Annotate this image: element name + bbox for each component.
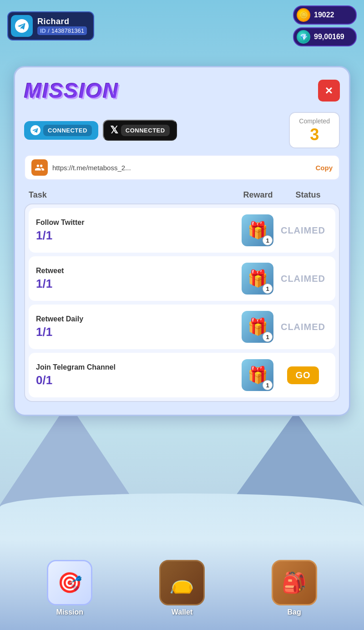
- id-separator: /: [48, 27, 50, 34]
- task-name: Follow Twitter: [36, 218, 237, 227]
- gems-value: 99,00169: [314, 33, 344, 41]
- modal-title-row: MISSION ×: [24, 78, 340, 103]
- task-progress: 1/1: [36, 325, 237, 339]
- task-row: Retweet 1/1 🎁 1 CLAIMED: [29, 256, 335, 301]
- x-connected-label: CONNECTED: [121, 125, 170, 136]
- chest-reward-icon: 🎁 1: [242, 214, 273, 246]
- user-profile: Richard ID / 1438781361: [7, 11, 94, 41]
- coins-bar: 🪙 19022: [293, 5, 357, 25]
- modal-title: MISSION: [24, 78, 119, 103]
- chest-reward-icon: 🎁 1: [242, 311, 273, 343]
- mission-icon-box: 🎯: [47, 560, 92, 605]
- gem-icon: 💎: [297, 30, 310, 44]
- user-id-row: ID / 1438781361: [37, 26, 87, 35]
- user-info: Richard ID / 1438781361: [37, 17, 87, 35]
- telegram-avatar-icon: [11, 15, 33, 37]
- referral-row: https://t.me/metaboss_2... Copy: [24, 155, 340, 180]
- bag-nav-label: Bag: [288, 608, 301, 616]
- username: Richard: [37, 17, 87, 26]
- chest-reward-icon: 🎁 1: [242, 359, 273, 391]
- task-status: CLAIMED: [278, 274, 328, 284]
- mission-nav-label: Mission: [56, 608, 84, 616]
- claimed-status: CLAIMED: [281, 322, 325, 332]
- task-info: Retweet Daily 1/1: [36, 315, 237, 339]
- task-row: Follow Twitter 1/1 🎁 1 CLAIMED: [29, 208, 335, 253]
- task-row: Retweet Daily 1/1 🎁 1 CLAIMED: [29, 305, 335, 349]
- telegram-connected-label: CONNECTED: [43, 125, 92, 136]
- copy-button[interactable]: Copy: [316, 164, 333, 172]
- nav-item-mission[interactable]: 🎯 Mission: [47, 560, 92, 616]
- user-id-box: ID / 1438781361: [37, 26, 87, 35]
- add-user-icon: [35, 163, 45, 173]
- connections-row: CONNECTED 𝕏 CONNECTED Completed 3: [24, 112, 340, 148]
- claimed-status: CLAIMED: [281, 225, 325, 235]
- claimed-status: CLAIMED: [281, 274, 325, 284]
- completed-label: Completed: [299, 117, 330, 125]
- currency-area: 🪙 19022 💎 99,00169: [293, 5, 357, 46]
- close-button[interactable]: ×: [318, 80, 340, 102]
- id-label: ID: [40, 27, 46, 34]
- referral-link-text: https://t.me/metaboss_2...: [52, 164, 311, 172]
- status-header: Status: [281, 190, 335, 200]
- x-connect-button[interactable]: 𝕏 CONNECTED: [103, 120, 177, 141]
- task-name: Retweet Daily: [36, 315, 237, 323]
- task-status: CLAIMED: [278, 322, 328, 332]
- x-icon: 𝕏: [110, 124, 118, 136]
- task-progress: 0/1: [36, 373, 237, 387]
- task-info: Join Telegram Channel 0/1: [36, 363, 237, 387]
- header-bar: Richard ID / 1438781361 🪙 19022 💎 99,001…: [0, 0, 364, 52]
- task-header: Task: [29, 190, 235, 200]
- task-status: CLAIMED: [278, 225, 328, 236]
- telegram-small-icon: [30, 125, 40, 135]
- task-name: Join Telegram Channel: [36, 363, 237, 371]
- id-value: 1438781361: [51, 27, 84, 34]
- task-list: Follow Twitter 1/1 🎁 1 CLAIMED Retweet 1…: [24, 203, 340, 402]
- task-info: Retweet 1/1: [36, 267, 237, 291]
- wallet-nav-label: Wallet: [172, 608, 193, 616]
- bag-icon-box: 🎒: [272, 560, 317, 605]
- bottom-nav: 🎯 Mission 👝 Wallet 🎒 Bag: [0, 539, 364, 630]
- coins-value: 19022: [314, 11, 334, 19]
- table-headers: Task Reward Status: [24, 190, 340, 200]
- task-status-go[interactable]: GO: [278, 366, 328, 384]
- telegram-connect-button[interactable]: CONNECTED: [24, 121, 98, 140]
- gems-bar: 💎 99,00169: [293, 27, 357, 46]
- task-info: Follow Twitter 1/1: [36, 218, 237, 243]
- task-row: Join Telegram Channel 0/1 🎁 1 GO: [29, 353, 335, 397]
- coin-icon: 🪙: [297, 8, 310, 22]
- go-button[interactable]: GO: [287, 366, 318, 384]
- referral-icon: [31, 159, 48, 176]
- task-progress: 1/1: [36, 229, 237, 243]
- wallet-icon-box: 👝: [159, 560, 205, 605]
- task-progress: 1/1: [36, 277, 237, 291]
- nav-item-wallet[interactable]: 👝 Wallet: [159, 560, 205, 616]
- completed-box: Completed 3: [289, 112, 340, 148]
- mission-modal: MISSION × CONNECTED 𝕏 CONNECTED Complete…: [14, 66, 350, 416]
- nav-item-bag[interactable]: 🎒 Bag: [272, 560, 317, 616]
- completed-count: 3: [299, 127, 330, 143]
- chest-reward-icon: 🎁 1: [242, 263, 273, 295]
- reward-header: Reward: [235, 190, 281, 200]
- task-name: Retweet: [36, 267, 237, 275]
